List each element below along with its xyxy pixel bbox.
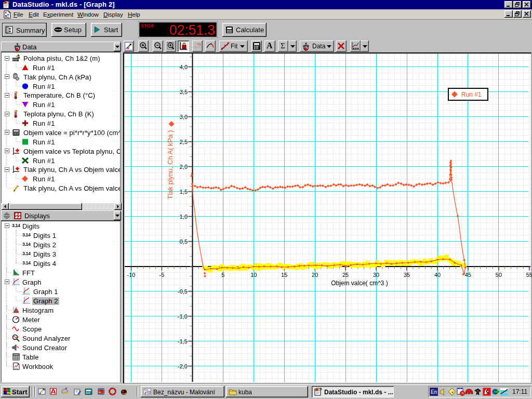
svg-text:3,0: 3,0	[180, 114, 188, 120]
svg-text:10: 10	[250, 272, 257, 278]
svg-text:35: 35	[404, 272, 410, 278]
svg-text:xy: xy	[197, 42, 202, 46]
svg-text:Tlak plynu, Ch A( kPa ): Tlak plynu, Ch A( kPa )	[166, 130, 174, 200]
svg-text:3.14: 3.14	[22, 232, 31, 237]
svg-text:En: En	[431, 389, 437, 395]
svg-text:-10: -10	[127, 272, 136, 278]
svg-text:25: 25	[342, 272, 349, 278]
svg-text:45: 45	[465, 272, 471, 278]
svg-text:2,0: 2,0	[180, 164, 188, 170]
svg-text:3.14: 3.14	[12, 223, 20, 228]
svg-text:3.14: 3.14	[22, 242, 31, 247]
svg-text:-0,5: -0,5	[178, 288, 188, 295]
svg-text:0,5: 0,5	[180, 238, 188, 245]
svg-text:50: 50	[496, 272, 502, 278]
svg-text:-1,0: -1,0	[178, 313, 188, 320]
svg-text:3.14: 3.14	[22, 251, 31, 256]
svg-text:15: 15	[281, 272, 287, 278]
svg-text:5: 5	[221, 272, 224, 278]
svg-text:30: 30	[373, 272, 379, 278]
svg-text:40: 40	[434, 272, 441, 278]
svg-text:3.14: 3.14	[22, 260, 31, 265]
svg-text:-5: -5	[159, 272, 165, 278]
svg-text:-1,5: -1,5	[178, 338, 188, 344]
svg-text:20: 20	[312, 272, 318, 278]
svg-text:Run #1: Run #1	[461, 91, 482, 98]
svg-text:4,0: 4,0	[180, 64, 188, 70]
svg-text:55: 55	[526, 272, 532, 278]
svg-text:Objem valce( cm^3 ): Objem valce( cm^3 )	[331, 280, 388, 287]
svg-text:2,5: 2,5	[180, 139, 188, 145]
svg-text:-2,0: -2,0	[178, 363, 188, 369]
svg-text:1,0: 1,0	[180, 214, 188, 220]
svg-text:3,5: 3,5	[180, 89, 188, 95]
svg-text:1,5: 1,5	[180, 189, 188, 195]
